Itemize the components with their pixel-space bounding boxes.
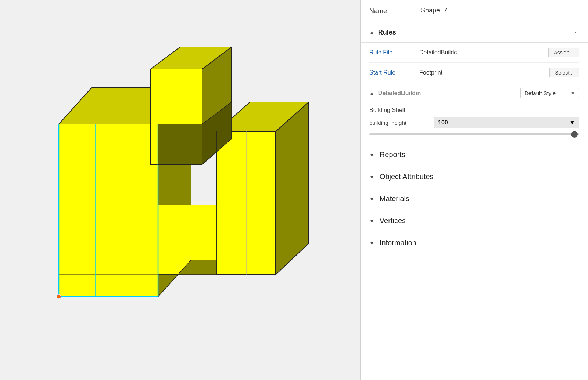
rule-file-row: Rule File DetailedBuildc Assign...: [369, 43, 579, 63]
materials-chevron-icon: ▼: [369, 196, 374, 202]
svg-marker-12: [59, 275, 158, 297]
assign-button[interactable]: Assign...: [548, 48, 579, 57]
materials-section[interactable]: ▼ Materials: [361, 188, 588, 210]
information-title: Information: [380, 239, 416, 247]
building-height-row: building_height 100 ▼: [369, 117, 579, 128]
rules-content: Rule File DetailedBuildc Assign... Start…: [361, 43, 588, 83]
name-value[interactable]: Shape_7: [421, 7, 579, 15]
detailed-buildin-header[interactable]: ▲ DetailedBuildin Default Style ▼: [361, 83, 588, 103]
slider-track[interactable]: [369, 133, 579, 135]
height-dropdown[interactable]: 100 ▼: [434, 117, 579, 128]
reports-chevron-icon: ▼: [369, 152, 374, 158]
information-chevron-icon: ▼: [369, 240, 374, 246]
reports-section[interactable]: ▼ Reports: [361, 144, 588, 166]
start-rule-row: Start Rule Footprint Select...: [369, 63, 579, 83]
properties-panel: Name Shape_7 ▲ Rules ⋮ Rule File Detaile…: [360, 0, 588, 380]
style-dropdown-chevron-icon: ▼: [571, 91, 575, 96]
reports-title: Reports: [380, 151, 405, 159]
detailed-chevron-icon: ▲: [369, 90, 374, 96]
materials-title: Materials: [380, 195, 409, 203]
object-attributes-chevron-icon: ▼: [369, 174, 374, 180]
start-rule-label[interactable]: Start Rule: [369, 69, 413, 76]
start-rule-value: Footprint: [419, 69, 544, 76]
name-row: Name Shape_7: [361, 0, 588, 22]
style-dropdown[interactable]: Default Style ▼: [520, 88, 579, 98]
object-attributes-title: Object Attributes: [380, 173, 434, 181]
rule-file-label[interactable]: Rule File: [369, 49, 413, 56]
name-label: Name: [369, 7, 406, 15]
3d-viewport[interactable]: [0, 0, 360, 380]
object-attributes-section[interactable]: ▼ Object Attributes: [361, 166, 588, 188]
building-shell-content: Building Shell building_height 100 ▼: [361, 103, 588, 144]
height-value: 100: [438, 119, 448, 126]
vertices-chevron-icon: ▼: [369, 218, 374, 224]
select-button[interactable]: Select...: [549, 68, 579, 77]
height-dropdown-chevron-icon: ▼: [569, 119, 575, 126]
svg-marker-7: [276, 102, 309, 275]
svg-marker-17: [158, 124, 202, 164]
slider-thumb[interactable]: [571, 131, 578, 138]
style-dropdown-label: Default Style: [524, 90, 556, 96]
rules-section-header[interactable]: ▲ Rules ⋮: [361, 22, 588, 43]
rule-file-value: DetailedBuildc: [419, 49, 542, 56]
svg-point-16: [57, 295, 61, 298]
building-3d-model: [37, 40, 323, 341]
rules-section-title: Rules: [378, 29, 396, 36]
detailed-buildin-section: ▲ DetailedBuildin Default Style ▼ Buildi…: [361, 83, 588, 144]
detailed-buildin-title: DetailedBuildin: [378, 90, 520, 97]
information-section[interactable]: ▼ Information: [361, 232, 588, 254]
slider-container: [369, 132, 579, 138]
building-height-param-label: building_height: [369, 120, 428, 126]
vertices-title: Vertices: [380, 217, 406, 225]
rules-chevron-icon: ▲: [369, 29, 374, 35]
vertices-section[interactable]: ▼ Vertices: [361, 210, 588, 232]
building-shell-label: Building Shell: [369, 107, 579, 113]
rules-dots-menu[interactable]: ⋮: [572, 28, 579, 36]
